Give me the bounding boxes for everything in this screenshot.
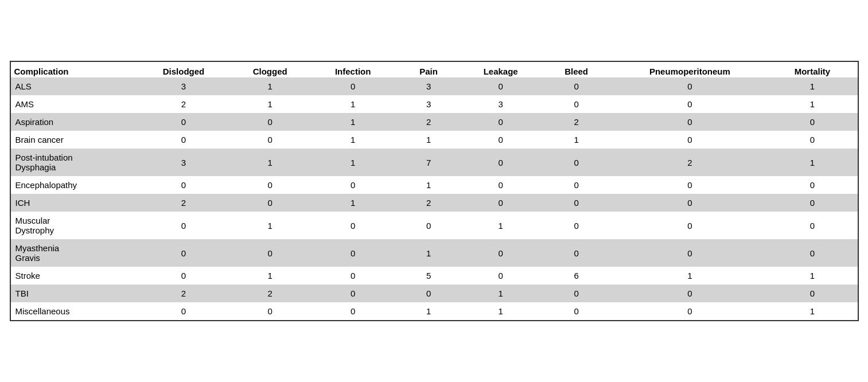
complication-header: Complication	[11, 62, 137, 77]
cell-complication: AMS	[11, 95, 137, 113]
cell-bleed: 6	[540, 267, 613, 284]
cell-clogged: 0	[231, 302, 310, 320]
dislodged-header: Dislodged	[137, 62, 230, 77]
cell-pneumo: 0	[612, 77, 767, 95]
cell-complication: ALS	[11, 77, 137, 95]
cell-pneumo: 0	[612, 284, 767, 302]
cell-dislodged: 0	[137, 267, 230, 284]
cell-mortality: 0	[767, 113, 857, 131]
cell-bleed: 0	[540, 176, 613, 194]
cell-leakage: 0	[461, 113, 540, 131]
table-row: MyastheniaGravis00010000	[11, 239, 858, 267]
cell-leakage: 0	[461, 77, 540, 95]
cell-pain: 3	[396, 77, 461, 95]
cell-complication: Post-intubationDysphagia	[11, 149, 137, 176]
cell-clogged: 1	[231, 149, 310, 176]
table-row: Aspiration00120200	[11, 113, 858, 131]
cell-leakage: 0	[461, 131, 540, 149]
cell-pneumo: 0	[612, 113, 767, 131]
cell-bleed: 0	[540, 77, 613, 95]
cell-bleed: 0	[540, 95, 613, 113]
table-row: Post-intubationDysphagia31170021	[11, 149, 858, 176]
cell-mortality: 1	[767, 149, 857, 176]
cell-complication: Aspiration	[11, 113, 137, 131]
cell-pain: 5	[396, 267, 461, 284]
cell-pain: 0	[396, 284, 461, 302]
cell-infection: 0	[310, 302, 396, 320]
cell-pneumo: 0	[612, 95, 767, 113]
table-row: Encephalopathy00010000	[11, 176, 858, 194]
cell-clogged: 1	[231, 267, 310, 284]
mortality-header: Mortality	[767, 62, 857, 77]
cell-complication: Brain cancer	[11, 131, 137, 149]
cell-infection: 0	[310, 267, 396, 284]
cell-clogged: 0	[231, 131, 310, 149]
cell-dislodged: 0	[137, 239, 230, 267]
cell-dislodged: 0	[137, 113, 230, 131]
cell-mortality: 1	[767, 95, 857, 113]
cell-infection: 0	[310, 176, 396, 194]
cell-leakage: 1	[461, 302, 540, 320]
cell-infection: 0	[310, 77, 396, 95]
cell-pain: 1	[396, 131, 461, 149]
cell-mortality: 0	[767, 284, 857, 302]
cell-complication: MuscularDystrophy	[11, 212, 137, 239]
cell-bleed: 0	[540, 212, 613, 239]
cell-bleed: 0	[540, 302, 613, 320]
cell-complication: Stroke	[11, 267, 137, 284]
table-row: Miscellaneous00011001	[11, 302, 858, 320]
cell-infection: 1	[310, 149, 396, 176]
cell-bleed: 2	[540, 113, 613, 131]
cell-clogged: 0	[231, 113, 310, 131]
cell-dislodged: 3	[137, 149, 230, 176]
cell-infection: 1	[310, 194, 396, 212]
cell-leakage: 0	[461, 239, 540, 267]
cell-pneumo: 0	[612, 131, 767, 149]
table-row: Stroke01050611	[11, 267, 858, 284]
cell-dislodged: 2	[137, 95, 230, 113]
cell-clogged: 1	[231, 212, 310, 239]
cell-mortality: 0	[767, 239, 857, 267]
cell-dislodged: 2	[137, 194, 230, 212]
table-body: ALS31030001AMS21133001Aspiration00120200…	[11, 77, 858, 320]
cell-clogged: 2	[231, 284, 310, 302]
bleed-header: Bleed	[540, 62, 613, 77]
cell-leakage: 1	[461, 212, 540, 239]
cell-complication: MyastheniaGravis	[11, 239, 137, 267]
cell-infection: 1	[310, 113, 396, 131]
cell-mortality: 0	[767, 212, 857, 239]
cell-pain: 1	[396, 302, 461, 320]
cell-pneumo: 0	[612, 212, 767, 239]
cell-infection: 1	[310, 131, 396, 149]
cell-leakage: 3	[461, 95, 540, 113]
cell-pain: 2	[396, 194, 461, 212]
leakage-header: Leakage	[461, 62, 540, 77]
cell-bleed: 0	[540, 284, 613, 302]
cell-leakage: 0	[461, 149, 540, 176]
cell-dislodged: 0	[137, 302, 230, 320]
table-row: ICH20120000	[11, 194, 858, 212]
cell-mortality: 0	[767, 194, 857, 212]
cell-leakage: 0	[461, 267, 540, 284]
table-row: AMS21133001	[11, 95, 858, 113]
cell-mortality: 1	[767, 77, 857, 95]
cell-infection: 0	[310, 284, 396, 302]
cell-pneumo: 0	[612, 302, 767, 320]
cell-bleed: 0	[540, 194, 613, 212]
cell-bleed: 0	[540, 149, 613, 176]
cell-mortality: 1	[767, 302, 857, 320]
cell-infection: 0	[310, 212, 396, 239]
pneumoperitoneum-header: Pneumoperitoneum	[612, 62, 767, 77]
cell-clogged: 1	[231, 95, 310, 113]
cell-pneumo: 1	[612, 267, 767, 284]
cell-leakage: 1	[461, 284, 540, 302]
cell-dislodged: 3	[137, 77, 230, 95]
cell-bleed: 1	[540, 131, 613, 149]
cell-clogged: 0	[231, 239, 310, 267]
cell-pain: 1	[396, 176, 461, 194]
table-row: TBI22001000	[11, 284, 858, 302]
cell-dislodged: 0	[137, 212, 230, 239]
table-header-row: Complication Dislodged Clogged Infection…	[11, 62, 858, 77]
complication-table: Complication Dislodged Clogged Infection…	[11, 62, 858, 320]
cell-infection: 1	[310, 95, 396, 113]
